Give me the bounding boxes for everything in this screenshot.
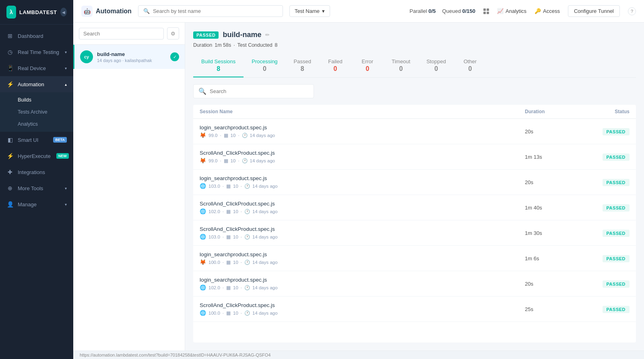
build-detail-panel: PASSED build-name ✏ Duration 1m 58s · Te… xyxy=(185,23,644,351)
filter-button[interactable]: ⚙ xyxy=(167,27,179,39)
tab-label: Build Sessions xyxy=(201,58,235,64)
tab-build-sessions[interactable]: Build Sessions 8 xyxy=(193,54,244,77)
browser-icon: 🌐 xyxy=(200,234,206,240)
search-icon: 🔍 xyxy=(143,8,150,14)
configure-tunnel-button[interactable]: Configure Tunnel xyxy=(568,5,620,17)
browser-version: 99.0 xyxy=(208,133,217,138)
sidebar-item-real-time-testing[interactable]: ◷ Real Time Testing ▾ xyxy=(0,44,73,60)
analytics-button[interactable]: 📈 Analytics xyxy=(497,8,526,14)
table-header: Session Name Duration Status xyxy=(193,105,636,119)
session-info: ScrollAnd_ClickProduct.spec.js 🌐 102.0 ·… xyxy=(200,201,525,214)
sidebar-item-label: HyperExecute xyxy=(18,153,51,159)
tab-count: 0 xyxy=(399,65,403,73)
sidebar-item-label: Automation xyxy=(18,81,61,87)
time-ago: 14 days ago xyxy=(252,209,278,214)
build-title-row: PASSED build-name ✏ xyxy=(193,31,636,39)
session-status: PASSED xyxy=(581,153,630,161)
integrations-icon: ✚ xyxy=(6,168,14,176)
search-icon: 🔍 xyxy=(198,87,206,95)
table-row[interactable]: login_searchproduct.spec.js 🌐 103.0 · ▦ … xyxy=(193,170,636,195)
sidebar-item-manage[interactable]: 👤 Manage ▾ xyxy=(0,196,73,212)
topbar-search-box[interactable]: 🔍 xyxy=(138,5,283,17)
sidebar-item-real-device[interactable]: 📱 Real Device ▾ xyxy=(0,60,73,76)
resolution: 10 xyxy=(233,234,238,239)
session-search-input[interactable] xyxy=(210,88,309,94)
session-name: ScrollAnd_ClickProduct.spec.js xyxy=(200,302,525,308)
session-meta: 🌐 103.0 · ▦ 10 · 🕐 14 days ago xyxy=(200,234,525,240)
sidebar-item-more-tools[interactable]: ⊕ More Tools ▾ xyxy=(0,180,73,196)
build-name-heading: build-name xyxy=(223,31,261,39)
status-badge: PASSED xyxy=(603,230,630,237)
queued-value: 0/150 xyxy=(462,8,476,14)
sidebar-item-integrations[interactable]: ✚ Integrations xyxy=(0,164,73,180)
resolution-icon: ▦ xyxy=(224,133,228,138)
tab-other[interactable]: Other 0 xyxy=(454,54,486,77)
key-icon: 🔑 xyxy=(535,8,541,14)
sidebar-item-analytics[interactable]: Analytics xyxy=(0,118,73,130)
session-duration: 1m 40s xyxy=(525,205,581,211)
session-status: PASSED xyxy=(581,128,630,135)
clock-icon: 🕐 xyxy=(244,183,250,189)
edit-icon[interactable]: ✏ xyxy=(265,32,270,38)
analytics-chart-icon: 📈 xyxy=(497,8,504,14)
builds-search-input[interactable] xyxy=(79,28,164,39)
sidebar-item-builds[interactable]: Builds xyxy=(0,94,73,106)
session-name: login_searchproduct.spec.js xyxy=(200,277,525,283)
status-badge: PASSED xyxy=(603,280,630,288)
session-status: PASSED xyxy=(581,255,630,262)
search-input[interactable] xyxy=(153,8,278,14)
chevron-down-icon: ▾ xyxy=(65,186,67,191)
page-title: 🤖 Automation xyxy=(81,6,132,17)
tab-error[interactable]: Error 0 xyxy=(351,54,384,77)
sidebar-item-dashboard[interactable]: ⊞ Dashboard xyxy=(0,28,73,44)
resolution-icon: ▦ xyxy=(226,285,231,291)
table-row[interactable]: ScrollAnd_ClickProduct.spec.js 🌐 100.0 ·… xyxy=(193,297,636,322)
table-row[interactable]: login_searchproduct.spec.js 🦊 100.0 · ▦ … xyxy=(193,246,636,271)
session-search-box[interactable]: 🔍 xyxy=(193,84,314,98)
build-check-icon: ✓ xyxy=(170,52,179,61)
session-name: login_searchproduct.spec.js xyxy=(200,175,525,181)
test-name-dropdown[interactable]: Test Name ▾ xyxy=(289,5,330,17)
sidebar-item-label: Real Device xyxy=(18,65,61,71)
status-badge: PASSED xyxy=(603,306,630,313)
session-meta: 🌐 102.0 · ▦ 10 · 🕐 14 days ago xyxy=(200,284,525,291)
sidebar-item-smart-ui[interactable]: ◧ Smart UI BETA xyxy=(0,132,73,148)
real-device-icon: 📱 xyxy=(6,64,14,72)
tab-timeout[interactable]: Timeout 0 xyxy=(384,54,418,77)
tab-failed[interactable]: Failed 0 xyxy=(319,54,351,77)
table-row[interactable]: ScrollAnd_ClickProduct.spec.js 🌐 103.0 ·… xyxy=(193,220,636,246)
chevron-down-icon: ▾ xyxy=(65,202,67,207)
resolution-icon: ▦ xyxy=(226,310,231,316)
sidebar-item-automation[interactable]: ⚡ Automation ▴ xyxy=(0,76,73,92)
sidebar-item-tests-archive[interactable]: Tests Archive xyxy=(0,106,73,118)
grid-view-icon[interactable] xyxy=(483,8,489,14)
build-avatar: cy xyxy=(80,50,93,63)
clock-icon: 🕐 xyxy=(244,259,250,265)
build-status-badge: PASSED xyxy=(193,31,219,39)
table-row[interactable]: ScrollAnd_ClickProduct.spec.js 🦊 99.0 · … xyxy=(193,144,636,170)
tab-stopped[interactable]: Stopped 0 xyxy=(418,54,454,77)
clock-icon: 🕐 xyxy=(244,209,250,214)
time-ago: 14 days ago xyxy=(252,184,278,189)
session-duration: 20s xyxy=(525,281,581,287)
build-header: PASSED build-name ✏ Duration 1m 58s · Te… xyxy=(193,31,636,48)
browser-icon: 🌐 xyxy=(200,284,206,291)
access-button[interactable]: 🔑 Access xyxy=(535,8,560,14)
topbar: 🤖 Automation 🔍 Test Name ▾ Parallel 0/5 … xyxy=(73,0,644,23)
build-item-meta: 14 days ago · kailashpathak xyxy=(97,58,166,63)
table-row[interactable]: login_searchproduct.spec.js 🦊 99.0 · ▦ 1… xyxy=(193,119,636,144)
session-name: ScrollAnd_ClickProduct.spec.js xyxy=(200,226,525,232)
analytics-label: Analytics xyxy=(506,8,526,14)
tab-processing[interactable]: Processing 0 xyxy=(244,54,285,77)
build-list-item[interactable]: cy build-name 14 days ago · kailashpatha… xyxy=(73,45,185,69)
sidebar-item-hyperexecute[interactable]: ⚡ HyperExecute NEW xyxy=(0,148,73,164)
more-tools-icon: ⊕ xyxy=(6,185,14,192)
table-row[interactable]: login_searchproduct.spec.js 🌐 102.0 · ▦ … xyxy=(193,271,636,297)
help-icon[interactable]: ? xyxy=(628,7,636,15)
table-row[interactable]: ScrollAnd_ClickProduct.spec.js 🌐 102.0 ·… xyxy=(193,195,636,220)
status-badge: PASSED xyxy=(603,154,630,161)
tab-passed[interactable]: Passed 8 xyxy=(286,54,319,77)
builds-label: Builds xyxy=(18,97,31,103)
sidebar-nav: ⊞ Dashboard ◷ Real Time Testing ▾ 📱 Real… xyxy=(0,25,73,359)
sidebar-collapse-button[interactable]: ◀ xyxy=(60,8,67,17)
